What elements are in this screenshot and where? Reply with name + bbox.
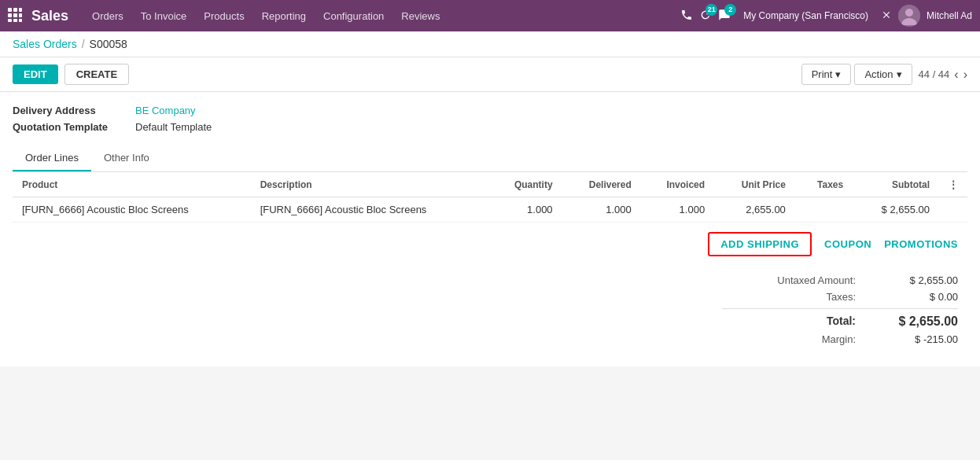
pagination-next-icon[interactable]: › [963,68,967,82]
col-taxes: Taxes [795,173,853,197]
total-value: $ 2,655.00 [887,315,958,329]
breadcrumb: Sales Orders / S00058 [0,31,980,57]
total-divider [722,308,958,309]
svg-point-10 [905,9,913,17]
breadcrumb-separator: / [82,38,85,50]
cell-delivered: 1.000 [562,197,641,223]
nav-to-invoice[interactable]: To Invoice [133,6,195,27]
action-chevron-icon: ▾ [897,68,902,80]
svg-rect-5 [19,13,22,17]
nav-reporting[interactable]: Reporting [254,6,314,27]
col-unit-price: Unit Price [714,173,795,197]
create-button[interactable]: CREATE [64,64,129,85]
svg-rect-4 [13,13,17,17]
total-label: Total: [753,315,856,329]
close-icon[interactable] [881,9,892,23]
svg-rect-3 [8,13,12,17]
refresh-icon[interactable]: 21 [699,9,712,24]
col-quantity: Quantity [488,173,562,197]
untaxed-amount-row: Untaxed Amount: $ 2,655.00 [753,272,958,289]
delivery-address-value[interactable]: BE Company [135,105,196,116]
untaxed-value: $ 2,655.00 [887,274,958,286]
delivery-address-row: Delivery Address BE Company [13,105,967,116]
action-button[interactable]: Action ▾ [854,64,912,85]
add-shipping-button[interactable]: ADD SHIPPING [708,232,812,256]
nav-configuration[interactable]: Configuration [315,6,392,27]
app-title: Sales [31,8,68,24]
quotation-template-label: Quotation Template [13,121,123,133]
print-button[interactable]: Print ▾ [801,64,852,85]
nav-reviews[interactable]: Reviews [393,6,448,27]
cell-subtotal: $ 2,655.00 [853,197,939,223]
cell-unit-price: 2,655.00 [714,197,795,223]
main-content: Delivery Address BE Company Quotation Te… [0,92,980,366]
svg-rect-8 [19,19,22,22]
avatar[interactable] [898,5,920,27]
margin-value: $ -215.00 [887,333,958,345]
order-lines-table: Product Description Quantity Delivered I… [13,173,967,223]
company-selector[interactable]: My Company (San Francisco) [737,7,875,24]
pagination-prev-icon[interactable]: ‹ [954,68,958,82]
promotions-button[interactable]: PROMOTIONS [884,238,958,250]
grand-total-row: Total: $ 2,655.00 [753,312,958,331]
nav-right: 21 2 My Company (San Francisco) Mitchell… [680,5,972,27]
coupon-button[interactable]: COUPON [824,238,871,250]
tabs: Order Lines Other Info [13,145,967,172]
col-invoiced: Invoiced [641,173,714,197]
top-nav: Sales Orders To Invoice Products Reporti… [0,0,980,31]
svg-rect-7 [13,19,17,22]
untaxed-label: Untaxed Amount: [753,274,856,286]
print-chevron-icon: ▾ [835,68,841,80]
taxes-value: $ 0.00 [887,291,958,303]
table-row[interactable]: [FURN_6666] Acoustic Bloc Screens [FURN_… [13,197,967,223]
taxes-label: Taxes: [753,291,856,303]
toolbar-actions: Print ▾ Action ▾ [801,64,912,85]
margin-row: Margin: $ -215.00 [753,331,958,348]
toolbar: EDIT CREATE Print ▾ Action ▾ 44 / 44 ‹ › [0,57,980,92]
col-delivered: Delivered [562,173,641,197]
breadcrumb-parent[interactable]: Sales Orders [13,38,77,50]
svg-rect-0 [8,8,12,12]
col-product: Product [13,173,251,197]
edit-button[interactable]: EDIT [13,64,58,84]
nav-orders[interactable]: Orders [84,6,131,27]
cell-quantity: 1.000 [488,197,562,223]
messages-badge: 2 [724,4,736,16]
taxes-row: Taxes: $ 0.00 [753,289,958,305]
breadcrumb-current: S00058 [90,38,127,50]
print-label: Print [812,68,833,80]
totals-section: Untaxed Amount: $ 2,655.00 Taxes: $ 0.00… [13,266,967,354]
tab-order-lines[interactable]: Order Lines [13,145,91,171]
line-actions: ADD SHIPPING COUPON PROMOTIONS [13,223,967,266]
col-menu: ⋮ [939,173,967,197]
cell-invoiced: 1.000 [641,197,714,223]
svg-rect-2 [19,8,22,12]
cell-taxes [795,197,853,223]
nav-products[interactable]: Products [196,6,252,27]
quotation-template-value: Default Template [135,121,212,133]
action-label: Action [864,68,893,80]
margin-label: Margin: [753,333,856,345]
pagination-count: 44 / 44 [919,68,950,80]
svg-rect-1 [13,8,17,12]
col-subtotal: Subtotal [853,173,939,197]
quotation-template-row: Quotation Template Default Template [13,121,967,133]
col-description: Description [251,173,489,197]
chat-icon[interactable]: 2 [718,9,731,24]
nav-links: Orders To Invoice Products Reporting Con… [84,6,677,27]
cell-product: [FURN_6666] Acoustic Bloc Screens [13,197,251,223]
pagination: 44 / 44 ‹ › [919,68,967,82]
app-grid-icon[interactable] [8,8,22,24]
tab-other-info[interactable]: Other Info [91,145,162,171]
user-name: Mitchell Ad [927,10,972,21]
phone-icon[interactable] [680,9,693,24]
cell-description: [FURN_6666] Acoustic Bloc Screens [251,197,489,223]
cell-menu [939,197,967,223]
svg-rect-6 [8,19,12,22]
delivery-address-label: Delivery Address [13,105,123,116]
updates-badge: 21 [706,4,717,16]
